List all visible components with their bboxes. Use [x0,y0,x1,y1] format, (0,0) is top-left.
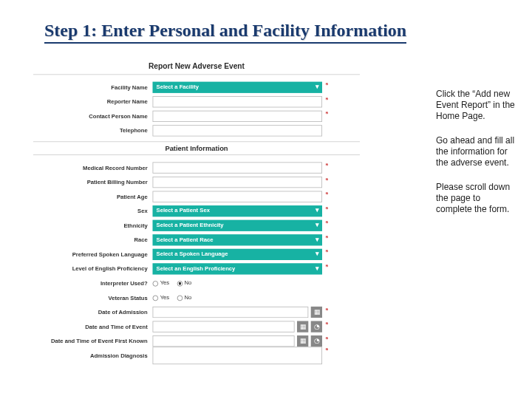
label-sex: Sex [33,208,153,214]
admission-date-input[interactable] [153,306,309,317]
label-facility: Facility Name [33,84,153,91]
label-mrn: Medical Record Number [33,164,153,171]
telephone-input[interactable] [153,125,323,136]
reporter-input[interactable] [153,96,323,107]
required-icon: * [325,96,328,103]
form-screenshot: Report New Adverse Event Facility Name S… [33,59,360,335]
required-icon: * [325,306,328,313]
billing-input[interactable] [153,177,323,188]
event-date-input[interactable] [153,321,295,332]
label-veteran: Veteran Status [33,294,153,301]
label-telephone: Telephone [33,127,153,134]
calendar-icon[interactable]: ▦ [311,306,322,317]
radio-icon[interactable] [177,281,183,287]
radio-yes: Yes [160,280,169,287]
known-date-input[interactable] [153,335,295,347]
contact-input[interactable] [153,110,323,121]
required-icon: * [325,263,328,270]
clock-icon[interactable]: ◔ [311,335,322,347]
label-admission: Date of Admission [33,309,153,316]
required-icon: * [325,110,328,117]
required-icon: * [325,177,328,183]
required-icon: * [325,234,328,241]
form-header: Report New Adverse Event [33,59,360,75]
label-contact: Contact Person Name [33,113,153,120]
language-select[interactable]: Select a Spoken Language [153,248,323,259]
required-icon: * [325,81,328,88]
english-select[interactable]: Select an English Proficiency [153,263,323,274]
diagnosis-input[interactable] [153,347,323,364]
interpreter-radio-group[interactable]: Yes No [153,280,323,287]
slide-title: Step 1: Enter Personal and Facility Info… [44,21,406,44]
label-diagnosis: Admission Diagnosis [33,352,153,359]
label-known-dt: Date and Time of Event First Known [33,338,153,344]
note-2: Go ahead and fill all the information fo… [436,135,517,168]
label-language: Preferred Spoken Language [33,251,153,258]
calendar-icon[interactable]: ▦ [297,321,308,332]
label-ethnicity: Ethnicity [33,222,153,229]
ethnicity-select[interactable]: Select a Patient Ethnicity [153,219,323,231]
race-select[interactable]: Select a Patient Race [153,234,323,245]
radio-icon[interactable] [153,295,159,301]
required-icon: * [325,191,328,197]
label-billing: Patient Billing Number [33,179,153,185]
label-age: Patient Age [33,193,153,200]
label-interpreter: Interpreter Used? [33,280,153,287]
required-icon: * [325,219,328,226]
required-icon: * [325,205,328,212]
note-3: Please scroll down the page to complete … [436,182,517,215]
clock-icon[interactable]: ◔ [311,321,322,332]
radio-icon[interactable] [177,295,183,301]
side-notes: Click the “Add new Event Report” in the … [436,89,517,228]
facility-select[interactable]: Select a Facility [153,81,323,92]
required-icon: * [325,321,328,327]
note-1: Click the “Add new Event Report” in the … [436,89,517,122]
radio-yes: Yes [160,294,169,301]
radio-no: No [185,294,192,301]
required-icon: * [325,347,328,353]
label-reporter: Reporter Name [33,98,153,105]
veteran-radio-group[interactable]: Yes No [153,294,323,301]
sex-select[interactable]: Select a Patient Sex [153,205,323,216]
radio-no: No [185,280,192,287]
label-event-dt: Date and Time of Event [33,323,153,330]
radio-icon[interactable] [153,281,159,287]
mrn-input[interactable] [153,162,323,173]
age-input[interactable] [153,191,323,202]
calendar-icon[interactable]: ▦ [297,335,308,347]
required-icon: * [325,248,328,255]
label-race: Race [33,236,153,243]
required-icon: * [325,335,328,342]
label-english: Level of English Proficiency [33,265,153,272]
required-icon: * [325,162,328,168]
section-patient-info: Patient Information [33,141,360,155]
